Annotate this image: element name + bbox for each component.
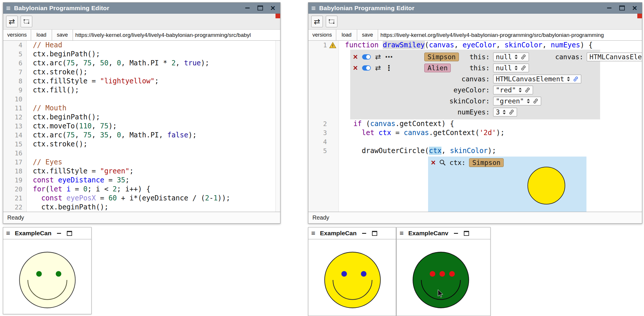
example-row: ×⇄⋯Simpsonthis:nullcanvas:HTMLCanvasElem… bbox=[353, 51, 600, 62]
value-box[interactable]: null bbox=[493, 53, 529, 61]
swap-button[interactable]: ⇄ bbox=[311, 16, 323, 27]
titlebar[interactable]: ≡ Babylonian Programming Editor × bbox=[308, 3, 642, 14]
tag-region-button[interactable] bbox=[326, 16, 337, 27]
unsaved-indicator bbox=[276, 14, 280, 18]
code-token: , bbox=[176, 59, 184, 67]
close-button[interactable]: × bbox=[632, 5, 638, 11]
titlebar[interactable]: ≡ ExampleCan bbox=[308, 227, 396, 239]
maximize-button[interactable] bbox=[257, 5, 263, 11]
line-number: 5 bbox=[3, 50, 26, 59]
maximize-button[interactable] bbox=[464, 230, 469, 236]
magnifier-icon[interactable] bbox=[439, 159, 446, 166]
delete-example-icon[interactable]: × bbox=[353, 53, 358, 61]
value-box[interactable]: "red" bbox=[493, 86, 533, 94]
menu-icon[interactable]: ≡ bbox=[6, 230, 10, 237]
titlebar[interactable]: ≡ Babylonian Programming Editor × bbox=[3, 3, 280, 14]
vertical-scrollbar[interactable] bbox=[276, 41, 280, 212]
delete-example-icon[interactable]: × bbox=[353, 64, 358, 72]
code-token: ctx.fillStyle = bbox=[33, 77, 100, 85]
code-token bbox=[54, 176, 58, 184]
versions-button[interactable]: versions bbox=[3, 30, 31, 40]
example-badge[interactable]: Alien bbox=[424, 64, 451, 72]
example-canvas-window-2: ≡ ExampleCan bbox=[308, 227, 396, 316]
stepper-icon[interactable] bbox=[514, 65, 518, 71]
link-icon[interactable] bbox=[520, 65, 526, 71]
versions-button[interactable]: versions bbox=[308, 30, 336, 40]
link-icon[interactable] bbox=[533, 98, 539, 104]
minimize-button[interactable] bbox=[56, 230, 62, 236]
window-controls: × bbox=[606, 5, 638, 11]
stepper-icon[interactable] bbox=[514, 54, 518, 60]
code-token: skinColor bbox=[505, 41, 542, 49]
value-box[interactable]: null bbox=[493, 64, 529, 72]
code-token: + i*(eyeDistance / ( bbox=[117, 194, 205, 202]
maximize-button[interactable] bbox=[67, 230, 72, 236]
close-button[interactable]: × bbox=[270, 5, 276, 11]
link-icon[interactable] bbox=[509, 109, 514, 115]
menu-icon[interactable]: ≡ bbox=[311, 230, 315, 237]
toggle-on-icon[interactable] bbox=[362, 65, 371, 71]
canvas-content[interactable] bbox=[308, 239, 396, 316]
minimize-icon bbox=[245, 8, 250, 8]
warning-icon[interactable]: ! bbox=[329, 42, 336, 49]
code-editor[interactable]: 1!function drawSmiley(canvas, eyeColor, … bbox=[308, 41, 642, 212]
swap-arrows-icon[interactable]: ⇄ bbox=[375, 53, 381, 60]
swap-button[interactable]: ⇄ bbox=[6, 16, 18, 27]
stepper-icon[interactable] bbox=[518, 87, 522, 93]
line-number: 12 bbox=[3, 113, 26, 122]
titlebar[interactable]: ≡ ExampleCan bbox=[3, 227, 91, 239]
value-text: 3 bbox=[496, 108, 500, 116]
minimize-button[interactable] bbox=[361, 230, 367, 236]
value-box[interactable]: 3 bbox=[493, 108, 517, 116]
load-button[interactable]: load bbox=[31, 30, 52, 40]
load-button[interactable]: load bbox=[336, 30, 357, 40]
link-icon[interactable] bbox=[525, 87, 530, 93]
menu-icon[interactable]: ≡ bbox=[311, 4, 316, 12]
link-icon[interactable] bbox=[573, 76, 579, 82]
stepper-icon[interactable] bbox=[526, 98, 530, 104]
maximize-icon bbox=[464, 231, 469, 236]
code-line-row: 10 bbox=[3, 95, 280, 104]
minimize-button[interactable] bbox=[453, 230, 459, 236]
code-token: , Math.PI * bbox=[121, 59, 171, 67]
stepper-icon[interactable] bbox=[566, 76, 570, 82]
value-box[interactable]: "green" bbox=[493, 97, 541, 105]
param-label: skinColor: bbox=[450, 97, 490, 105]
minimize-button[interactable] bbox=[244, 5, 251, 11]
menu-icon[interactable]: ≡ bbox=[6, 4, 10, 12]
example-param-row: eyeColor:"red" bbox=[353, 85, 600, 96]
code-token: eyeColor bbox=[463, 41, 496, 49]
horizontal-dots-icon[interactable]: ⋯ bbox=[385, 53, 393, 61]
vertical-dots-icon[interactable]: ⋮ bbox=[385, 64, 393, 72]
tag-region-button[interactable] bbox=[21, 16, 32, 27]
code-token: ctx.stroke(); bbox=[33, 68, 87, 76]
example-badge[interactable]: Simpson bbox=[424, 53, 459, 61]
line-number: 6 bbox=[3, 59, 26, 68]
canvas-content[interactable] bbox=[397, 239, 490, 316]
value-box[interactable]: HTMLCanvasElement bbox=[493, 75, 581, 83]
titlebar[interactable]: ≡ ExampleCanv bbox=[397, 227, 490, 239]
maximize-button[interactable] bbox=[372, 230, 378, 236]
code-token bbox=[345, 129, 362, 137]
swap-arrows-icon[interactable]: ⇄ bbox=[375, 64, 381, 71]
url-field[interactable] bbox=[73, 30, 280, 40]
save-button[interactable]: save bbox=[357, 30, 378, 40]
canvas-content[interactable] bbox=[3, 239, 91, 314]
maximize-button[interactable] bbox=[619, 5, 625, 11]
toggle-on-icon[interactable] bbox=[362, 54, 371, 60]
link-icon[interactable] bbox=[520, 54, 526, 60]
example-badge[interactable]: Simpson bbox=[469, 158, 504, 167]
minimize-button[interactable] bbox=[606, 5, 612, 11]
stepper-icon[interactable] bbox=[502, 109, 506, 115]
code-token: ctx.fill(); bbox=[33, 86, 79, 94]
save-button[interactable]: save bbox=[52, 30, 73, 40]
url-field[interactable] bbox=[378, 30, 642, 40]
code-token bbox=[33, 194, 41, 202]
code-editor[interactable]: 4// Head5ctx.beginPath();6ctx.arc(75, 75… bbox=[3, 41, 280, 212]
code-token: 35 bbox=[117, 176, 125, 184]
delete-probe-icon[interactable]: × bbox=[431, 159, 436, 167]
value-box[interactable]: HTMLCanvasElement bbox=[587, 53, 642, 61]
code-token: function bbox=[345, 41, 379, 49]
code-token: 75 bbox=[100, 122, 108, 130]
menu-icon[interactable]: ≡ bbox=[400, 230, 404, 237]
